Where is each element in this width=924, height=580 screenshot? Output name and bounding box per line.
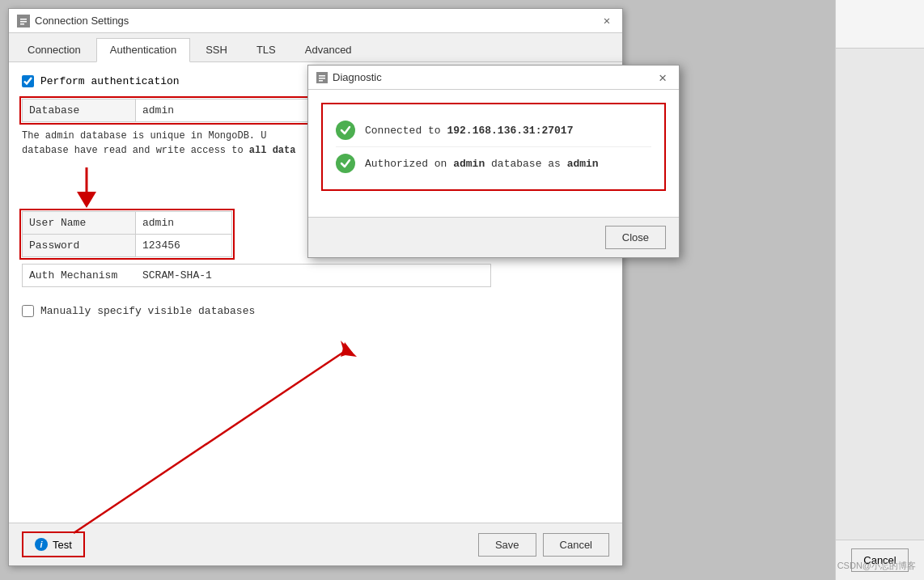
password-row: Password 123456 (23, 235, 232, 257)
svg-rect-12 (319, 80, 323, 82)
authorized-row: Authorized on admin database as admin (336, 146, 651, 180)
info-icon: i (35, 538, 48, 551)
perform-auth-checkbox[interactable] (22, 75, 34, 87)
manual-db-checkbox[interactable] (22, 305, 34, 317)
diagnostic-dialog: Diagnostic ✕ Connected to 192.168.136.31… (307, 65, 680, 258)
right-panel: Cancel (835, 0, 924, 580)
auth-mechanism-label: Auth Mechanism (29, 269, 142, 282)
database-label: Database (23, 99, 136, 122)
save-button[interactable]: Save (478, 533, 536, 557)
window-close-button[interactable]: ✕ (600, 14, 614, 28)
dialog-close-button[interactable]: ✕ (655, 70, 671, 86)
test-button-label: Test (53, 539, 72, 551)
tab-advanced[interactable]: Advanced (291, 38, 366, 61)
auth-mechanism-value: SCRAM-SHA-1 (142, 269, 212, 282)
password-label: Password (23, 235, 136, 257)
svg-rect-10 (319, 75, 325, 77)
username-value[interactable]: admin (136, 212, 232, 235)
dialog-content: Connected to 192.168.136.31:27017 Author… (308, 90, 679, 217)
test-button[interactable]: i Test (22, 531, 85, 557)
right-panel-top (836, 0, 924, 49)
watermark: CSDN@小忘的博客 (837, 560, 916, 572)
dialog-title-text: Diagnostic (333, 71, 382, 83)
svg-rect-1 (20, 19, 27, 20)
window-title: Connection Settings (35, 15, 129, 27)
dialog-title-icon (316, 72, 328, 83)
tab-authentication[interactable]: Authentication (96, 38, 190, 62)
manual-db-row: Manually specify visible databases (22, 298, 609, 324)
authorized-text: Authorized on admin database as admin (365, 158, 599, 170)
svg-rect-3 (20, 23, 24, 25)
dialog-close-action-button[interactable]: Close (605, 226, 666, 249)
perform-auth-label: Perform authentication (40, 75, 180, 87)
dialog-title-left: Diagnostic (316, 71, 382, 83)
cancel-button[interactable]: Cancel (543, 533, 609, 557)
window-icon (17, 15, 30, 28)
title-bar-left: Connection Settings (17, 15, 129, 28)
title-bar: Connection Settings ✕ (9, 9, 622, 33)
tabs-bar: Connection Authentication SSH TLS Advanc… (9, 33, 622, 62)
connected-text: Connected to 192.168.136.31:27017 (365, 125, 573, 137)
svg-rect-2 (20, 21, 27, 23)
auth-mechanism-row: Auth Mechanism SCRAM-SHA-1 (22, 264, 491, 287)
authorized-db: admin (453, 158, 485, 170)
bottom-right-buttons: Save Cancel (478, 533, 609, 557)
bottom-bar: i Test Save Cancel (9, 523, 622, 565)
authorized-user: admin (567, 158, 599, 170)
password-value[interactable]: 123456 (136, 235, 232, 257)
svg-rect-11 (319, 78, 325, 79)
svg-marker-5 (77, 192, 96, 208)
tab-tls[interactable]: TLS (243, 38, 290, 61)
dialog-footer: Close (308, 217, 679, 257)
tab-connection[interactable]: Connection (14, 38, 95, 61)
connected-success-icon (336, 121, 355, 140)
connected-row: Connected to 192.168.136.31:27017 (336, 114, 651, 146)
authorized-success-icon (336, 154, 355, 173)
tab-ssh[interactable]: SSH (192, 38, 241, 61)
dialog-title-bar: Diagnostic ✕ (308, 66, 679, 90)
result-box: Connected to 192.168.136.31:27017 Author… (321, 103, 666, 191)
credentials-table: User Name admin Password 123456 (22, 211, 232, 257)
username-label: User Name (23, 212, 136, 235)
username-row: User Name admin (23, 212, 232, 235)
manual-db-label: Manually specify visible databases (40, 305, 255, 317)
connected-address: 192.168.136.31:27017 (447, 125, 573, 137)
